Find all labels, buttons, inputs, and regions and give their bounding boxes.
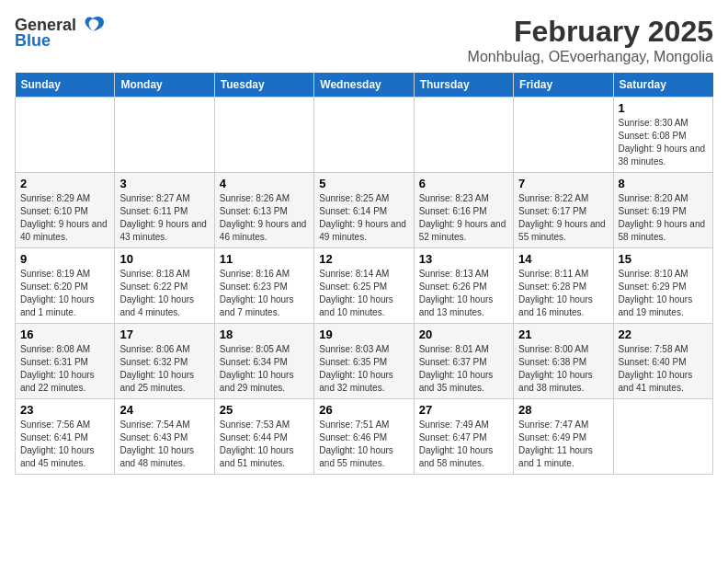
day-number: 20 [419,327,508,341]
day-info: Sunrise: 8:00 AM Sunset: 6:38 PM Dayligh… [518,343,608,395]
calendar-week-4: 16Sunrise: 8:08 AM Sunset: 6:31 PM Dayli… [16,324,713,399]
day-info: Sunrise: 8:05 AM Sunset: 6:34 PM Dayligh… [220,343,309,395]
calendar-cell: 23Sunrise: 7:56 AM Sunset: 6:41 PM Dayli… [16,399,115,475]
calendar-cell: 14Sunrise: 8:11 AM Sunset: 6:28 PM Dayli… [514,248,613,324]
weekday-header-row: SundayMondayTuesdayWednesdayThursdayFrid… [16,73,713,98]
calendar-cell: 3Sunrise: 8:27 AM Sunset: 6:11 PM Daylig… [115,173,214,248]
weekday-header-saturday: Saturday [613,73,712,98]
calendar-cell: 9Sunrise: 8:19 AM Sunset: 6:20 PM Daylig… [16,248,115,324]
weekday-header-friday: Friday [514,73,613,98]
calendar-cell: 16Sunrise: 8:08 AM Sunset: 6:31 PM Dayli… [16,324,115,399]
calendar-cell [214,98,313,173]
day-info: Sunrise: 8:11 AM Sunset: 6:28 PM Dayligh… [518,268,608,319]
day-info: Sunrise: 7:49 AM Sunset: 6:47 PM Dayligh… [419,419,508,470]
day-number: 1 [619,101,708,115]
weekday-header-tuesday: Tuesday [214,73,313,98]
day-info: Sunrise: 8:06 AM Sunset: 6:32 PM Dayligh… [119,343,209,395]
day-info: Sunrise: 8:14 AM Sunset: 6:25 PM Dayligh… [319,268,408,319]
calendar-cell: 6Sunrise: 8:23 AM Sunset: 6:16 PM Daylig… [414,173,513,248]
calendar-week-5: 23Sunrise: 7:56 AM Sunset: 6:41 PM Dayli… [16,399,713,475]
calendar-cell: 12Sunrise: 8:14 AM Sunset: 6:25 PM Dayli… [314,248,414,324]
day-number: 7 [518,177,608,190]
day-info: Sunrise: 8:26 AM Sunset: 6:13 PM Dayligh… [220,192,309,244]
calendar-cell: 5Sunrise: 8:25 AM Sunset: 6:14 PM Daylig… [314,173,414,248]
day-number: 17 [119,327,209,341]
calendar-cell: 20Sunrise: 8:01 AM Sunset: 6:37 PM Dayli… [414,324,513,399]
day-number: 2 [20,177,109,190]
calendar-cell: 10Sunrise: 8:18 AM Sunset: 6:22 PM Dayli… [115,248,214,324]
day-info: Sunrise: 8:08 AM Sunset: 6:31 PM Dayligh… [20,343,109,395]
day-info: Sunrise: 8:30 AM Sunset: 6:08 PM Dayligh… [619,117,708,168]
day-info: Sunrise: 7:47 AM Sunset: 6:49 PM Dayligh… [518,419,608,470]
calendar-cell: 2Sunrise: 8:29 AM Sunset: 6:10 PM Daylig… [16,173,115,248]
logo: General Blue [15,15,106,51]
day-info: Sunrise: 7:54 AM Sunset: 6:43 PM Dayligh… [119,419,209,470]
calendar-cell: 4Sunrise: 8:26 AM Sunset: 6:13 PM Daylig… [214,173,313,248]
day-info: Sunrise: 8:18 AM Sunset: 6:22 PM Dayligh… [119,268,209,319]
day-info: Sunrise: 8:13 AM Sunset: 6:26 PM Dayligh… [419,268,508,319]
calendar-table: SundayMondayTuesdayWednesdayThursdayFrid… [15,73,713,475]
calendar-cell [414,98,513,173]
calendar-cell: 27Sunrise: 7:49 AM Sunset: 6:47 PM Dayli… [414,399,513,475]
calendar-cell: 11Sunrise: 8:16 AM Sunset: 6:23 PM Dayli… [214,248,313,324]
day-info: Sunrise: 8:01 AM Sunset: 6:37 PM Dayligh… [419,343,508,395]
day-number: 18 [220,327,309,341]
calendar-cell [314,98,414,173]
calendar-cell: 1Sunrise: 8:30 AM Sunset: 6:08 PM Daylig… [613,98,712,173]
day-info: Sunrise: 8:27 AM Sunset: 6:11 PM Dayligh… [119,192,209,244]
calendar-cell: 22Sunrise: 7:58 AM Sunset: 6:40 PM Dayli… [613,324,712,399]
day-info: Sunrise: 8:25 AM Sunset: 6:14 PM Dayligh… [319,192,408,244]
calendar-cell [16,98,115,173]
day-info: Sunrise: 8:20 AM Sunset: 6:19 PM Dayligh… [619,192,708,244]
day-number: 23 [20,403,109,417]
day-number: 22 [619,327,708,341]
calendar-cell [613,399,712,475]
weekday-header-sunday: Sunday [16,73,115,98]
weekday-header-wednesday: Wednesday [314,73,414,98]
day-number: 27 [419,403,508,417]
calendar-subtitle: Monhbulag, OEvoerhangay, Mongolia [468,49,713,65]
day-number: 16 [20,327,109,341]
logo-bird-icon [80,15,106,35]
calendar-cell: 8Sunrise: 8:20 AM Sunset: 6:19 PM Daylig… [613,173,712,248]
calendar-cell: 28Sunrise: 7:47 AM Sunset: 6:49 PM Dayli… [514,399,613,475]
calendar-cell: 7Sunrise: 8:22 AM Sunset: 6:17 PM Daylig… [514,173,613,248]
calendar-cell: 18Sunrise: 8:05 AM Sunset: 6:34 PM Dayli… [214,324,313,399]
day-info: Sunrise: 8:10 AM Sunset: 6:29 PM Dayligh… [619,268,708,319]
day-number: 25 [220,403,309,417]
calendar-week-1: 1Sunrise: 8:30 AM Sunset: 6:08 PM Daylig… [16,98,713,173]
calendar-cell: 24Sunrise: 7:54 AM Sunset: 6:43 PM Dayli… [115,399,214,475]
day-number: 14 [518,252,608,266]
calendar-cell [514,98,613,173]
day-number: 24 [119,403,209,417]
calendar-cell: 19Sunrise: 8:03 AM Sunset: 6:35 PM Dayli… [314,324,414,399]
calendar-title: February 2025 [468,15,713,49]
day-info: Sunrise: 8:23 AM Sunset: 6:16 PM Dayligh… [419,192,508,244]
calendar-cell: 26Sunrise: 7:51 AM Sunset: 6:46 PM Dayli… [314,399,414,475]
logo-blue-text: Blue [15,31,51,51]
day-number: 9 [20,252,109,266]
day-info: Sunrise: 7:56 AM Sunset: 6:41 PM Dayligh… [20,419,109,470]
day-number: 26 [319,403,408,417]
day-number: 28 [518,403,608,417]
day-number: 13 [419,252,508,266]
day-info: Sunrise: 7:53 AM Sunset: 6:44 PM Dayligh… [220,419,309,470]
day-info: Sunrise: 8:19 AM Sunset: 6:20 PM Dayligh… [20,268,109,319]
weekday-header-thursday: Thursday [414,73,513,98]
calendar-week-2: 2Sunrise: 8:29 AM Sunset: 6:10 PM Daylig… [16,173,713,248]
day-number: 8 [619,177,708,190]
day-info: Sunrise: 7:51 AM Sunset: 6:46 PM Dayligh… [319,419,408,470]
day-info: Sunrise: 8:22 AM Sunset: 6:17 PM Dayligh… [518,192,608,244]
day-info: Sunrise: 8:03 AM Sunset: 6:35 PM Dayligh… [319,343,408,395]
calendar-cell [115,98,214,173]
calendar-cell: 15Sunrise: 8:10 AM Sunset: 6:29 PM Dayli… [613,248,712,324]
day-info: Sunrise: 7:58 AM Sunset: 6:40 PM Dayligh… [619,343,708,395]
weekday-header-monday: Monday [115,73,214,98]
day-number: 19 [319,327,408,341]
day-number: 10 [119,252,209,266]
calendar-cell: 13Sunrise: 8:13 AM Sunset: 6:26 PM Dayli… [414,248,513,324]
day-number: 4 [220,177,309,190]
day-number: 15 [619,252,708,266]
day-info: Sunrise: 8:16 AM Sunset: 6:23 PM Dayligh… [220,268,309,319]
page-header: General Blue February 2025 Monhbulag, OE… [15,15,713,65]
